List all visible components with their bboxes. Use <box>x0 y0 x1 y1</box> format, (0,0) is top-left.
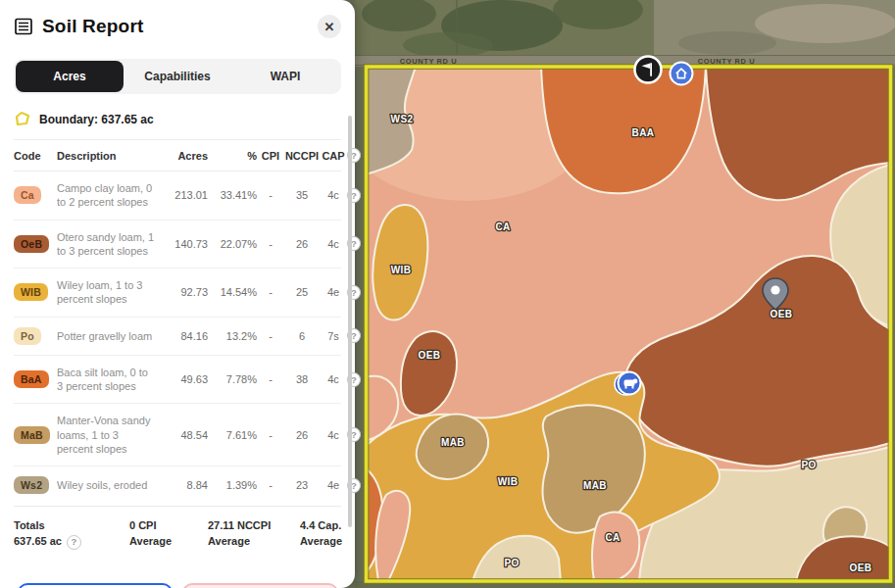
soil-percent: 1.39% <box>210 479 257 491</box>
soil-nccpi: 35 <box>284 189 320 201</box>
soil-code-badge: OeB <box>14 235 49 253</box>
report-icon <box>14 17 33 36</box>
nccpi-average-value: 27.11 NCCPI <box>208 518 300 534</box>
soil-percent: 7.78% <box>210 373 257 385</box>
soil-region-label: OEB <box>850 563 872 573</box>
soil-description: Campo clay loam, 0 to 2 percent slopes <box>57 181 159 210</box>
livestock-marker[interactable] <box>615 372 641 396</box>
soil-description: Baca silt loam, 0 to 3 percent slopes <box>57 366 159 394</box>
map-canvas[interactable]: COUNTY RD U COUNTY RD U <box>355 0 895 588</box>
table-row: MaB Manter-Vona sandy loams, 1 to 3 perc… <box>14 403 341 466</box>
column-pct: % <box>210 150 257 162</box>
soil-cpi: - <box>259 330 282 342</box>
table-row: OeB Otero sandy loam, 1 to 3 percent slo… <box>14 220 341 269</box>
table-row: Po Potter gravelly loam 84.16 13.2% - 6 … <box>14 317 341 355</box>
cap-average-value: 4.4 Cap. <box>300 518 342 534</box>
soil-cap: 4e <box>322 479 345 491</box>
tab-acres[interactable]: Acres <box>16 61 124 92</box>
table-row: BaA Baca silt loam, 0 to 3 percent slope… <box>14 355 341 404</box>
cpi-average-label: Average <box>129 534 208 550</box>
soil-acres: 140.73 <box>161 238 208 250</box>
close-button[interactable]: ✕ <box>318 15 341 38</box>
column-acres: Acres <box>161 150 208 162</box>
table-row: Ca Campo clay loam, 0 to 2 percent slope… <box>14 172 341 220</box>
soil-table: Ca Campo clay loam, 0 to 2 percent slope… <box>14 172 341 504</box>
nccpi-average-label: Average <box>208 534 300 550</box>
close-icon: ✕ <box>324 21 335 33</box>
panel-scrollbar[interactable] <box>348 116 352 527</box>
soil-description: Manter-Vona sandy loams, 1 to 3 percent … <box>57 414 159 456</box>
primary-action-button[interactable] <box>18 583 173 588</box>
soil-region-label: CA <box>495 221 510 232</box>
soil-cap: 4e <box>322 286 345 298</box>
soil-region-label: WS2 <box>391 114 414 124</box>
soil-description: Otero sandy loam, 1 to 3 percent slopes <box>57 230 159 259</box>
table-row: Ws2 Wiley soils, eroded 8.84 1.39% - 23 … <box>14 466 341 504</box>
soil-acres: 84.16 <box>161 330 208 342</box>
soil-region-label: WIB <box>391 265 412 275</box>
soil-cpi: - <box>259 373 282 385</box>
cpi-average-value: 0 CPI <box>129 518 208 534</box>
soil-acres: 92.73 <box>161 286 208 298</box>
tab-capabilities[interactable]: Capabilities <box>124 61 231 92</box>
secondary-action-button[interactable] <box>182 583 338 588</box>
soil-nccpi: 26 <box>284 238 320 250</box>
boundary-acreage: Boundary: 637.65 ac <box>39 113 154 126</box>
column-cap: CAP <box>322 150 345 162</box>
soil-percent: 14.54% <box>210 286 257 298</box>
soil-acres: 8.84 <box>161 479 208 491</box>
soil-region-label: PO <box>504 558 519 568</box>
pin-dot <box>771 285 779 294</box>
soil-cap: 4c <box>322 189 345 201</box>
soil-acres: 48.54 <box>161 429 208 441</box>
totals-help-icon[interactable]: ? <box>67 535 81 550</box>
soil-region-label: MAB <box>583 480 607 491</box>
soil-percent: 33.41% <box>210 189 257 201</box>
soil-nccpi: 38 <box>284 373 320 385</box>
soil-code-badge: Ws2 <box>14 476 49 494</box>
building-marker[interactable] <box>671 63 693 85</box>
soil-acres: 213.01 <box>161 189 208 201</box>
soil-nccpi: 6 <box>284 330 320 342</box>
soil-acres: 49.63 <box>161 373 208 385</box>
pin-region-label: OEB <box>771 309 793 319</box>
column-code: Code <box>14 150 55 162</box>
totals-row: Totals 637.65 ac ? 0 CPI Average 27.11 N… <box>14 506 341 550</box>
column-nccpi: NCCPI <box>284 150 320 162</box>
soil-nccpi: 26 <box>284 429 320 441</box>
flag-marker[interactable] <box>635 57 662 83</box>
column-cpi: CPI <box>259 150 282 162</box>
tab-bar: Acres Capabilities WAPI <box>14 59 341 94</box>
soil-report-panel: Soil Report ✕ Acres Capabilities WAPI Bo… <box>0 0 355 588</box>
totals-label: Totals <box>14 518 129 534</box>
soil-polygon-layer: WS2 BAA CA WIB OEB MAB WIB MAB CA PO PO … <box>355 54 891 581</box>
soil-cpi: - <box>259 286 282 298</box>
column-description: Description <box>57 150 159 162</box>
soil-cap: 4c <box>322 429 345 441</box>
tab-wapi[interactable]: WAPI <box>231 61 339 92</box>
soil-description: Potter gravelly loam <box>57 329 159 343</box>
soil-percent: 13.2% <box>210 330 257 342</box>
table-row: WIB Wiley loam, 1 to 3 percent slopes 92… <box>14 268 341 317</box>
soil-region-label: MAB <box>441 437 465 448</box>
soil-region-label: WIB <box>498 476 519 487</box>
soil-code-badge: WIB <box>14 283 48 301</box>
soil-code-badge: Po <box>14 327 41 345</box>
soil-nccpi: 23 <box>284 479 320 491</box>
soil-nccpi: 25 <box>284 286 320 298</box>
soil-cpi: - <box>259 429 282 441</box>
soil-cap: 7s <box>322 330 345 342</box>
soil-region-label: PO <box>801 460 816 470</box>
soil-cap: 4c <box>322 238 345 250</box>
soil-region-label: CA <box>605 532 620 543</box>
soil-cpi: - <box>259 238 282 250</box>
soil-code-badge: MaB <box>14 426 50 444</box>
soil-cap: 4c <box>322 373 345 385</box>
boundary-polygon-icon <box>14 111 31 127</box>
page-title: Soil Report <box>42 16 318 37</box>
soil-code-badge: BaA <box>14 370 49 388</box>
soil-region-label: OEB <box>419 350 441 361</box>
soil-cpi: - <box>259 189 282 201</box>
soil-description: Wiley soils, eroded <box>57 478 159 492</box>
soil-percent: 22.07% <box>210 238 257 250</box>
